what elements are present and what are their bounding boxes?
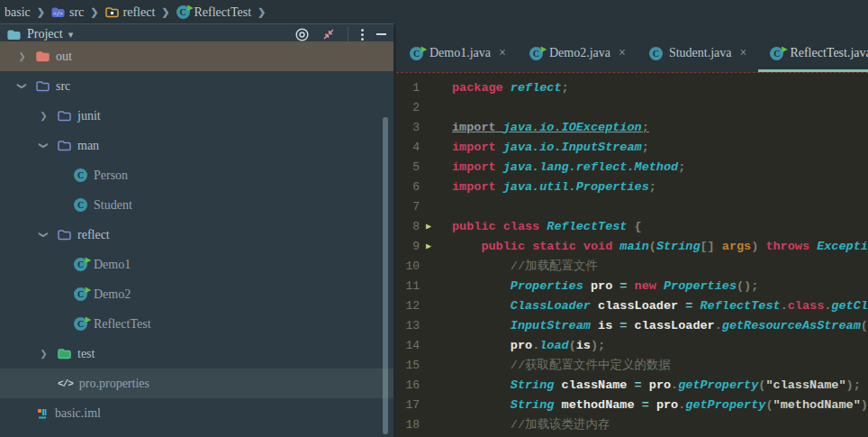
tree-item-basic-iml[interactable]: basic.iml	[0, 398, 393, 428]
line-number: 7	[396, 200, 420, 214]
hide-panel-icon[interactable]	[376, 33, 386, 35]
tree-item-reflect[interactable]: ❯reflect	[0, 220, 393, 250]
line-number: 17	[396, 398, 420, 412]
code-line-12[interactable]: 12 ClassLoader classLoader = ReflectTest…	[396, 296, 868, 315]
tab-label: Student.java	[669, 46, 732, 60]
line-number: 4	[396, 141, 420, 154]
code-line-7[interactable]: 7	[396, 196, 868, 216]
chevron-collapsed-icon[interactable]: ❯	[36, 349, 51, 359]
tree-item-test[interactable]: ❯test	[0, 339, 393, 369]
locate-target-icon[interactable]	[294, 27, 310, 42]
code-line-5[interactable]: 5import java.lang.reflect.Method;	[396, 157, 868, 177]
breadcrumb-separator-icon: ❯	[37, 6, 45, 18]
runnable-class-icon: C▶	[176, 5, 190, 19]
breadcrumb-item-src[interactable]: </>src	[51, 5, 84, 20]
breadcrumb-separator-icon: ❯	[90, 6, 98, 18]
code-text: public class ReflectTest {	[452, 220, 642, 233]
run-gutter-icon[interactable]: ▶	[420, 241, 438, 251]
folder-icon	[58, 110, 71, 122]
runnable-class-icon: C▶	[410, 47, 423, 60]
chevron-collapsed-icon[interactable]: ❯	[14, 51, 30, 61]
run-gutter-icon[interactable]: ▶	[420, 221, 438, 232]
code-line-9[interactable]: 9▶ public static void main(String[] args…	[396, 236, 868, 256]
tree-item-man[interactable]: ❯man	[0, 131, 393, 160]
line-number: 10	[396, 259, 420, 273]
project-tree-scrollbar[interactable]	[383, 117, 388, 434]
project-panel: Project ▾ ❯out❯src❯junit❯manCPersonCStud…	[0, 24, 393, 437]
run-arrow-icon: ▶	[782, 42, 787, 56]
code-line-10[interactable]: 10 //加载配置文件	[396, 256, 868, 276]
source-folder-icon: </>	[51, 6, 65, 18]
tree-item-out[interactable]: ❯out	[0, 41, 393, 71]
tree-item-label: man	[77, 139, 99, 153]
project-panel-toolbar	[294, 27, 386, 42]
more-options-icon[interactable]	[361, 29, 364, 41]
run-arrow-icon: ▶	[421, 42, 427, 56]
chevron-expanded-icon[interactable]: ❯	[39, 227, 49, 242]
breadcrumb-item-reflect[interactable]: reflect	[105, 5, 156, 20]
code-text: //获取配置文件中定义的数据	[452, 357, 671, 373]
code-line-18[interactable]: 18 //加载该类进内存	[396, 414, 868, 434]
tab-label: ReflectTest.java	[790, 46, 868, 60]
chevron-down-icon[interactable]: ▾	[68, 29, 74, 41]
tab-label: Demo2.java	[549, 46, 610, 60]
tab-student-java[interactable]: CStudent.java×	[637, 34, 759, 72]
editor: C▶Demo1.java×C▶Demo2.java×CStudent.java×…	[396, 0, 868, 437]
code-line-2[interactable]: 2	[396, 97, 868, 117]
run-arrow-icon: ▶	[187, 1, 193, 14]
breadcrumb-item-reflecttest[interactable]: C▶ReflectTest	[176, 5, 252, 20]
tree-item-src[interactable]: ❯src	[0, 71, 393, 101]
code-line-4[interactable]: 4import java.io.InputStream;	[396, 137, 868, 157]
toolbar-separator	[348, 27, 348, 41]
breadcrumb-separator-icon: ❯	[258, 6, 266, 18]
tree-item-demo2[interactable]: C▶Demo2	[0, 279, 393, 309]
tree-item-label: out	[56, 50, 72, 64]
code-line-3[interactable]: 3import java.io.IOException;	[396, 117, 868, 137]
tree-item-label: Person	[94, 168, 128, 183]
tab-reflecttest-java[interactable]: C▶ReflectTest.java×	[758, 34, 868, 72]
code-line-13[interactable]: 13 InputStream is = classLoader.getResou…	[396, 315, 868, 335]
code-line-6[interactable]: 6import java.util.Properties;	[396, 177, 868, 196]
project-panel-title[interactable]: Project	[27, 27, 63, 41]
tree-item-reflecttest[interactable]: C▶ReflectTest	[0, 309, 393, 339]
tree-item-student[interactable]: CStudent	[0, 190, 393, 220]
tree-item-demo1[interactable]: C▶Demo1	[0, 250, 393, 279]
breadcrumb-separator-icon: ❯	[161, 6, 169, 18]
collapse-panels-icon[interactable]	[322, 28, 335, 41]
tab-demo1-java[interactable]: C▶Demo1.java×	[398, 34, 518, 72]
line-number: 11	[396, 279, 420, 293]
excluded-folder-icon	[36, 50, 50, 62]
tab-demo2-java[interactable]: C▶Demo2.java×	[518, 34, 637, 72]
tree-item-person[interactable]: CPerson	[0, 160, 393, 190]
line-number: 8	[396, 220, 420, 233]
code-line-8[interactable]: 8▶public class ReflectTest {	[396, 216, 868, 236]
folder-icon	[58, 229, 71, 241]
code-text: Properties pro = new Properties();	[452, 279, 758, 293]
breadcrumb-item-basic[interactable]: basic	[5, 5, 31, 20]
code-line-16[interactable]: 16 String className = pro.getProperty("c…	[396, 375, 868, 395]
chevron-expanded-icon[interactable]: ❯	[17, 78, 27, 94]
code-line-17[interactable]: 17 String methodName = pro.getProperty("…	[396, 395, 868, 414]
code-line-15[interactable]: 15 //获取配置文件中定义的数据	[396, 355, 868, 375]
tree-item-label: test	[77, 347, 95, 361]
folder-icon	[36, 80, 50, 92]
breadcrumb-label: src	[69, 5, 84, 20]
code-text: import java.util.Properties;	[452, 180, 656, 194]
close-tab-icon[interactable]: ×	[739, 46, 746, 60]
code-line-1[interactable]: 1package reflect;	[396, 77, 868, 97]
properties-file-icon: </>	[58, 378, 73, 389]
close-tab-icon[interactable]: ×	[619, 46, 626, 60]
chevron-expanded-icon[interactable]: ❯	[39, 138, 49, 153]
code-line-14[interactable]: 14 pro.load(is);	[396, 335, 868, 355]
code-text: public static void main(String[] args) t…	[452, 240, 868, 253]
code-editor[interactable]: 1package reflect;23import java.io.IOExce…	[396, 72, 868, 437]
tree-item-label: reflect	[77, 228, 110, 242]
code-line-11[interactable]: 11 Properties pro = new Properties();	[396, 276, 868, 296]
tree-item-label: Demo1	[94, 258, 131, 272]
close-tab-icon[interactable]: ×	[499, 46, 506, 60]
line-number: 5	[396, 160, 420, 174]
tree-item-pro-properties[interactable]: </>pro.properties	[0, 369, 393, 398]
editor-tab-bar: C▶Demo1.java×C▶Demo2.java×CStudent.java×…	[396, 34, 868, 72]
tree-item-junit[interactable]: ❯junit	[0, 101, 393, 131]
chevron-collapsed-icon[interactable]: ❯	[36, 111, 51, 121]
